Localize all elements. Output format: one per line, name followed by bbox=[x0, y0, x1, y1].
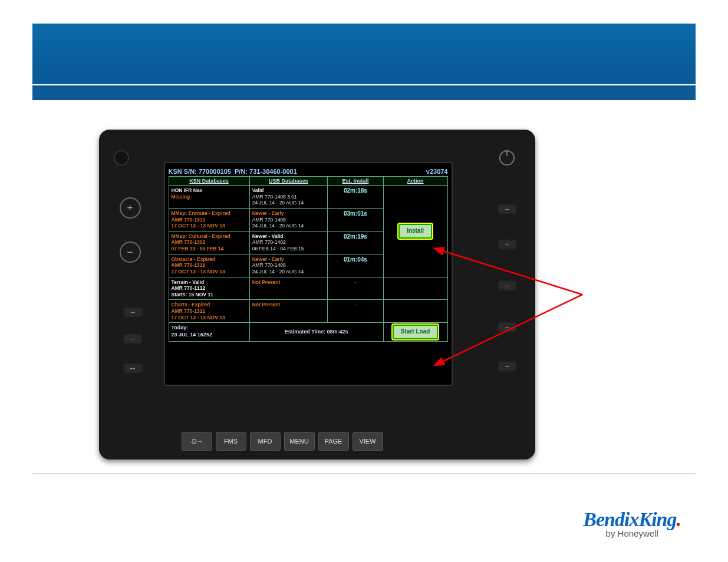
bezel-minus-right-5[interactable]: − bbox=[497, 361, 518, 372]
bezel-minus-right-3[interactable]: − bbox=[497, 280, 518, 292]
bezel-minus-right-2[interactable]: − bbox=[497, 239, 518, 250]
brand-logo: BendixKing. by Honeywell bbox=[583, 508, 681, 538]
footer-rule bbox=[32, 473, 696, 474]
bezel-minus-right-4[interactable]: − bbox=[497, 321, 518, 333]
softkey-fms[interactable]: FMS bbox=[216, 432, 246, 451]
softkey-view[interactable]: VIEW bbox=[353, 432, 383, 451]
softkey-row: -D→ FMS MFD MENU PAGE VIEW bbox=[182, 432, 383, 451]
col-est: Est. Install bbox=[328, 177, 384, 186]
table-row: Charts - Expired AMR 770-1311 17 OCT 13 … bbox=[169, 300, 447, 323]
device-photo: + − − − ↔ − − − − − KSN S/N: 770000105 P… bbox=[99, 130, 630, 459]
version-label: v23074 bbox=[426, 168, 448, 175]
screen-title-row: KSN S/N: 770000105 P/N: 731-30460-0001 v… bbox=[169, 168, 448, 175]
col-usb: USB Databases bbox=[249, 177, 327, 186]
softkey-menu[interactable]: MENU bbox=[284, 432, 315, 451]
install-button[interactable]: Install bbox=[398, 224, 432, 239]
slide-banner bbox=[32, 24, 696, 100]
bezel-knob[interactable] bbox=[114, 150, 129, 166]
bezel-minus-left-2[interactable]: − bbox=[123, 333, 143, 345]
table-row: Terrain - Valid AMR 770-1112 Starts: 15 … bbox=[169, 277, 447, 300]
col-ksn: KSN Databases bbox=[169, 177, 249, 186]
table-row: HON IFR Nav Missing Valid AMR 770-1408 3… bbox=[169, 186, 447, 209]
softkey-page[interactable]: PAGE bbox=[318, 432, 349, 451]
bezel-minus-left-1[interactable]: − bbox=[123, 306, 143, 318]
zoom-out-icon[interactable]: − bbox=[120, 242, 141, 263]
bezel-minus-right-1[interactable]: − bbox=[497, 203, 518, 215]
softkey-mfd[interactable]: MFD bbox=[250, 432, 281, 451]
unit-id: KSN S/N: 770000105 P/N: 731-30460-0001 bbox=[169, 168, 297, 175]
table-footer: Today: 23 JUL 14 1625Z Estimated Time: 0… bbox=[169, 323, 447, 342]
bezel-swap-icon[interactable]: ↔ bbox=[123, 362, 143, 374]
power-icon[interactable] bbox=[499, 150, 515, 166]
softkey-direct-to[interactable]: -D→ bbox=[182, 432, 212, 451]
zoom-in-icon[interactable]: + bbox=[120, 197, 141, 219]
col-action: Action bbox=[383, 177, 447, 186]
database-table: KSN Databases USB Databases Est. Install… bbox=[169, 176, 448, 342]
device-screen: KSN S/N: 770000105 P/N: 731-30460-0001 v… bbox=[164, 162, 453, 386]
ksn-device: + − − − ↔ − − − − − KSN S/N: 770000105 P… bbox=[99, 130, 535, 459]
start-load-button[interactable]: Start Load bbox=[393, 325, 438, 339]
